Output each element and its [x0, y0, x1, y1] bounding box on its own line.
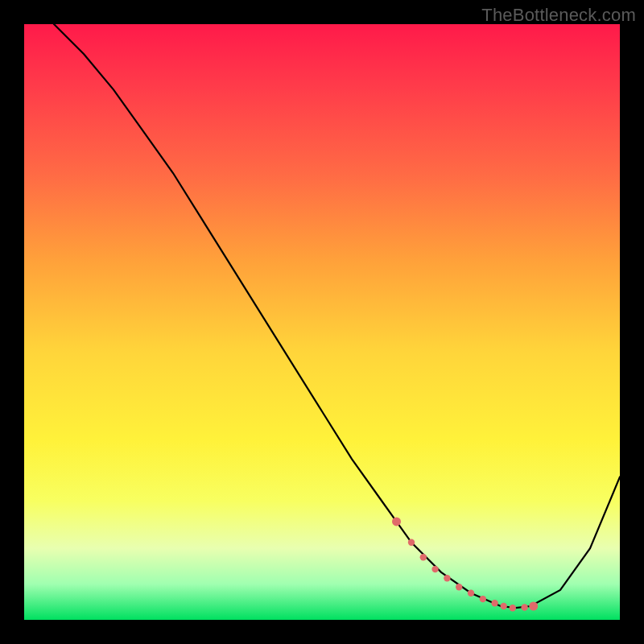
trough-dot — [521, 604, 527, 610]
trough-dot — [468, 590, 474, 597]
trough-dot — [420, 554, 427, 560]
trough-dot — [491, 600, 497, 606]
trough-dot — [408, 539, 415, 546]
trough-dot — [480, 596, 486, 602]
trough-dot — [529, 602, 538, 611]
watermark-text: TheBottleneck.com — [481, 5, 636, 26]
trough-dot — [456, 584, 462, 590]
trough-markers — [392, 517, 538, 611]
trough-dot — [392, 517, 401, 526]
chart-frame: TheBottleneck.com — [0, 0, 644, 644]
bottleneck-curve — [54, 24, 620, 608]
trough-dot — [444, 575, 450, 581]
trough-dot — [510, 605, 516, 611]
trough-dot — [431, 566, 438, 572]
curve-layer — [24, 24, 620, 620]
trough-dot — [501, 603, 507, 609]
plot-area — [24, 24, 620, 620]
